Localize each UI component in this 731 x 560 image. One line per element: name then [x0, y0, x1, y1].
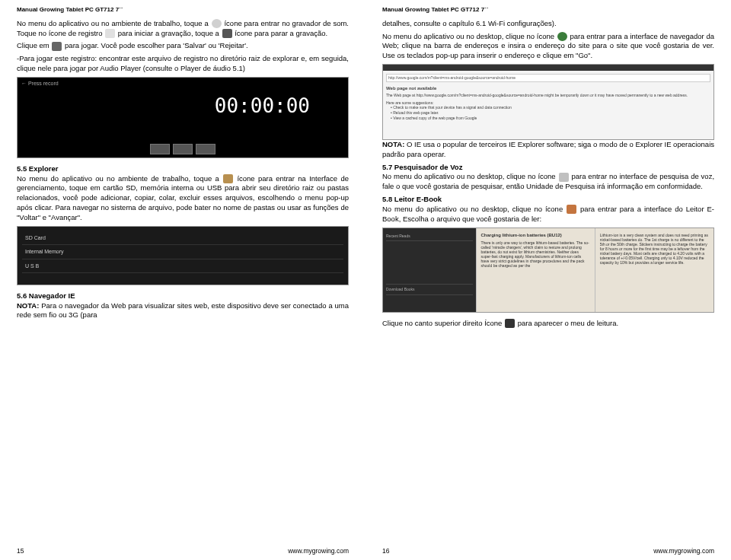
- text: para aparecer o meu de leitura.: [518, 319, 619, 327]
- s55-title: 5.5 Explorer: [17, 164, 58, 173]
- menu-icon: [505, 319, 515, 328]
- browser-body: The Web page at http://www.google.com/m?…: [386, 93, 710, 98]
- left-footer: 15 www.mygrowing.com: [17, 547, 349, 555]
- browser-sugg: Here are some suggestions:: [386, 100, 710, 106]
- right-header: Manual Growing Tablet PC GT712 7´´: [382, 6, 714, 14]
- ebook-page-right: Lithium-ion is a very clean system and d…: [595, 228, 713, 312]
- right-last: Clique no canto superior direito Ícone p…: [382, 319, 714, 329]
- right-p2: No menu do aplicativo ou no desktop, cli…: [382, 32, 714, 61]
- explorer-item: SD Card: [22, 231, 343, 245]
- text: O IE usa o popular de terceiros IE Explo…: [382, 140, 714, 158]
- recorder-btn: [173, 144, 193, 154]
- text: No menu do aplicativo ou no desktop, cli…: [382, 172, 556, 180]
- explorer-screenshot: SD Card Internal Memory U S B: [17, 226, 349, 285]
- footer-url: www.mygrowing.com: [288, 547, 349, 555]
- nota-label: NOTA:: [382, 140, 404, 148]
- browser-li: • Check to make sure that your device ha…: [386, 105, 710, 110]
- text: ícone para parar a gravação.: [235, 29, 327, 37]
- ebook-pages: Charging lithium-ion batteries (BU12) Th…: [476, 228, 713, 312]
- ebook-cover: [386, 241, 473, 285]
- explorer-item: Internal Memory: [22, 245, 343, 259]
- page-number: 16: [382, 547, 389, 555]
- record-icon: [105, 29, 115, 38]
- s56-nota: NOTA:: [17, 301, 39, 310]
- text: No menu do aplicativo ou no desktop, cli…: [382, 32, 554, 40]
- s58-title: 5.8 Leitor E-Book: [382, 195, 442, 203]
- url-bar: http://www.google.com/m?client=ms-androi…: [386, 74, 710, 82]
- text: Para o navegador da Web para visualizar …: [17, 301, 349, 320]
- globe-icon: [557, 32, 567, 41]
- mic-icon: [212, 19, 222, 28]
- play-icon: [52, 42, 62, 51]
- browser-li: • View a cached copy of the web page fro…: [386, 116, 710, 121]
- section-5-5: 5.5 Explorer No menu do aplicativo ou no…: [17, 164, 349, 223]
- ebook-screenshot: Recent Reads Download Books Charging lit…: [382, 228, 714, 313]
- voice-search-icon: [559, 173, 569, 182]
- text: No menu do aplicativo ou no ambiente de …: [17, 19, 209, 27]
- recorder-time: 00:00:00: [215, 93, 310, 119]
- recorder-label: ← Press record: [18, 78, 348, 89]
- stop-icon: [222, 29, 232, 38]
- section-5-8: 5.8 Leitor E-Book No menu do aplicativo …: [382, 195, 714, 224]
- ebook-row: Recent Reads: [386, 231, 473, 242]
- explorer-item: U S B: [22, 259, 343, 273]
- recorder-btn: [150, 144, 170, 154]
- left-p2: Clique em para jogar. Você pode escolher…: [17, 41, 349, 51]
- right-p1: detalhes, consulte o capítulo 6.1 Wi-Fi …: [382, 19, 714, 29]
- s56-title: 5.6 Navegador IE: [17, 291, 75, 300]
- ebook-page-title: Charging lithium-ion batteries (BU12): [481, 233, 590, 238]
- ebook-icon: [567, 205, 576, 214]
- page-number: 15: [17, 547, 24, 555]
- browser-top-bar: [383, 65, 713, 71]
- ebook-row: Download Books: [386, 285, 473, 295]
- left-page: Manual Growing Tablet PC GT712 7´´ No me…: [0, 0, 366, 560]
- text: Clique no canto superior direito Ícone: [382, 319, 502, 327]
- text: para jogar. Você pode escolher para 'Sal…: [65, 41, 248, 49]
- text: para iniciar a gravação, toque a: [118, 29, 219, 37]
- footer-url: www.mygrowing.com: [653, 547, 714, 555]
- text: No menu do aplicativo ou no desktop, cli…: [382, 205, 563, 213]
- browser-li: • Reload this web page later.: [386, 110, 710, 116]
- ebook-sidebar: Recent Reads Download Books: [383, 228, 476, 312]
- files-icon: [223, 174, 233, 183]
- text: No menu do aplicativo ou no ambiente de …: [17, 174, 219, 183]
- section-5-6: 5.6 Navegador IE NOTA: Para o navegador …: [17, 291, 349, 320]
- section-5-7: 5.7 Pesquisador de Voz No menu do aplica…: [382, 163, 714, 192]
- recorder-screenshot: ← Press record 00:00:00: [17, 77, 349, 158]
- ebook-page-text: There is only one way to charge lithium-…: [481, 240, 590, 268]
- ebook-page-left: Charging lithium-ion batteries (BU12) Th…: [476, 228, 595, 312]
- s57-title: 5.7 Pesquisador de Voz: [382, 163, 462, 171]
- right-page: Manual Growing Tablet PC GT712 7´´ detal…: [366, 0, 731, 560]
- recorder-buttons: [150, 144, 215, 154]
- ebook-page-text: Lithium-ion is a very clean system and d…: [600, 233, 709, 265]
- browser-screenshot: http://www.google.com/m?client=ms-androi…: [382, 64, 714, 140]
- left-header: Manual Growing Tablet PC GT712 7´´: [17, 6, 349, 14]
- right-footer: 16 www.mygrowing.com: [382, 547, 714, 555]
- right-nota2: NOTA: O IE usa o popular de terceiros IE…: [382, 140, 714, 160]
- browser-title: Web page not available: [386, 85, 710, 91]
- left-p3: -Para jogar este registro: encontrar est…: [17, 54, 349, 74]
- recorder-btn: [196, 144, 215, 154]
- text: Clique em: [17, 41, 49, 49]
- left-p1: No menu do aplicativo ou no ambiente de …: [17, 19, 349, 39]
